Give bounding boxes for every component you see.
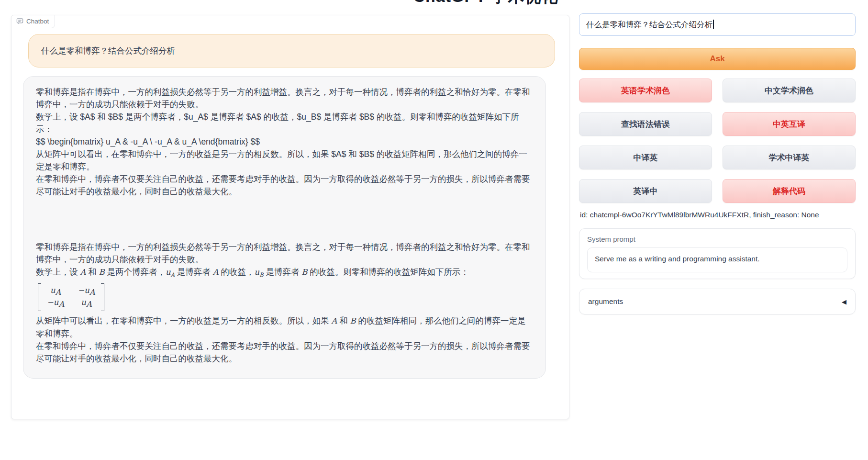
- bot-rendered-paragraph: 零和博弈是指在博弈中，一方的利益损失必然等于另一方的利益增益。换言之，对于每一种…: [36, 241, 533, 266]
- chatbot-label: Chatbot: [11, 15, 55, 28]
- matrix-left-bracket: [38, 283, 41, 311]
- button-zh-en-mutual-translate[interactable]: 中英互译: [723, 112, 856, 136]
- button-chinese-academic-polish[interactable]: 中文学术润色: [723, 79, 856, 102]
- accordion-collapsed-icon: ◀: [842, 298, 846, 305]
- bot-raw-latex-line: $$ \begin{bmatrix} u_A & -u_A \ -u_A & u…: [36, 135, 533, 148]
- system-prompt-label: System prompt: [587, 235, 847, 243]
- arguments-accordion-label: arguments: [588, 297, 623, 306]
- button-zh-to-en[interactable]: 中译英: [579, 146, 712, 169]
- arguments-accordion[interactable]: arguments ◀: [579, 289, 856, 314]
- button-academic-zh-to-en[interactable]: 学术中译英: [723, 146, 856, 169]
- matrix-cell: −uA: [78, 285, 95, 297]
- matrix-right-bracket: [101, 283, 104, 311]
- button-find-grammar-errors[interactable]: 查找语法错误: [579, 112, 712, 136]
- bot-message-gap: [36, 198, 533, 241]
- matrix-cell: uA: [78, 297, 95, 309]
- user-message-text: 什么是零和博弈？结合公式介绍分析: [41, 46, 175, 56]
- chatbot-label-text: Chatbot: [26, 18, 49, 25]
- button-en-to-zh[interactable]: 英译中: [579, 179, 712, 203]
- matrix-cell: −uA: [47, 297, 64, 309]
- button-explain-code[interactable]: 解释代码: [723, 179, 856, 203]
- page-title: ChatGPT 学术优化: [412, 0, 560, 8]
- chat-bubble-icon: [16, 18, 23, 25]
- bot-rendered-paragraph: 在零和博弈中，博弈者不仅要关注自己的收益，还需要考虑对手的收益。因为一方取得的收…: [36, 340, 533, 365]
- bot-raw-paragraph: 从矩阵中可以看出，在零和博弈中，一方的收益是另一方的相反数。所以，如果 $A$ …: [36, 148, 533, 173]
- system-prompt-value: Serve me as a writing and programming as…: [595, 255, 760, 263]
- bot-rendered-paragraph: 数学上，设 A 和 B 是两个博弈者，uA 是博弈者 A 的收益，uB 是博弈者…: [36, 266, 533, 281]
- user-message-bubble: 什么是零和博弈？结合公式介绍分析: [28, 34, 555, 67]
- ask-button[interactable]: Ask: [579, 48, 856, 70]
- chatbot-panel: Chatbot 什么是零和博弈？结合公式介绍分析 零和博弈是指在博弈中，一方的利…: [11, 15, 569, 419]
- matrix-cells: uA −uA −uA uA: [41, 283, 101, 311]
- payoff-matrix: uA −uA −uA uA: [38, 283, 104, 311]
- matrix-cell: uA: [47, 285, 64, 297]
- bot-rendered-paragraph: 从矩阵中可以看出，在零和博弈中，一方的收益是另一方的相反数。所以，如果 A 和 …: [36, 314, 533, 340]
- text-caret: [713, 20, 714, 29]
- chat-message-list[interactable]: 什么是零和博弈？结合公式介绍分析 零和博弈是指在博弈中，一方的利益损失必然等于另…: [11, 32, 569, 419]
- bot-message-bubble: 零和博弈是指在博弈中，一方的利益损失必然等于另一方的利益增益。换言之，对于每一种…: [23, 76, 546, 379]
- quick-action-grid: 英语学术润色 中文学术润色 查找语法错误 中英互译 中译英 学术中译英 英译中 …: [579, 79, 856, 203]
- question-input[interactable]: 什么是零和博弈？结合公式介绍分析: [579, 13, 856, 36]
- app-page: ChatGPT 学术优化 Chatbot 什么是零和博弈？结合公式介绍分析 零和…: [0, 0, 868, 460]
- bot-raw-paragraph: 数学上，设 $A$ 和 $B$ 是两个博弈者，$u_A$ 是博弈者 $A$ 的收…: [36, 111, 533, 135]
- button-english-academic-polish[interactable]: 英语学术润色: [579, 79, 712, 102]
- question-input-value: 什么是零和博弈？结合公式介绍分析: [586, 20, 712, 29]
- system-prompt-input[interactable]: Serve me as a writing and programming as…: [587, 247, 847, 272]
- response-status-line: id: chatcmpl-6wOo7KrYTwMl89lbrMWRu4UkFFX…: [580, 211, 819, 219]
- system-prompt-card: System prompt Serve me as a writing and …: [579, 228, 856, 279]
- bot-raw-paragraph: 零和博弈是指在博弈中，一方的利益损失必然等于另一方的利益增益。换言之，对于每一种…: [36, 86, 533, 111]
- bot-raw-paragraph: 在零和博弈中，博弈者不仅要关注自己的收益，还需要考虑对手的收益。因为一方取得的收…: [36, 173, 533, 198]
